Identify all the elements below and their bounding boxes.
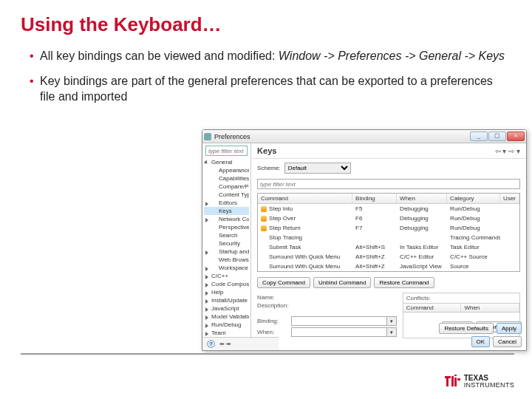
tree-compare[interactable]: Compare/Patch bbox=[204, 183, 249, 191]
tree-rundebug[interactable]: Run/Debug bbox=[204, 321, 249, 329]
col-user[interactable]: User bbox=[500, 194, 519, 203]
cell-user bbox=[500, 224, 519, 232]
minimize-button[interactable]: _ bbox=[470, 132, 488, 141]
tree-install[interactable]: Install/Update bbox=[204, 296, 249, 304]
keys-table: Command Binding When Category User Step … bbox=[257, 193, 520, 272]
tree-javascript[interactable]: JavaScript bbox=[204, 304, 249, 313]
cell-category: Source bbox=[447, 262, 500, 270]
collapse-arrows-icon[interactable]: ⬅ ➡ bbox=[219, 341, 231, 347]
tree-search[interactable]: Search bbox=[204, 231, 249, 239]
dialog-buttons: OK Cancel bbox=[471, 336, 522, 347]
description-label: Description: bbox=[257, 302, 291, 309]
step-icon bbox=[261, 216, 267, 222]
cell-command: Step Over bbox=[269, 215, 296, 222]
when-dropdown-icon[interactable]: ▾ bbox=[387, 327, 397, 337]
main-panel: Keys ⇦ ▾ ⇨ ▾ Scheme: Default Command Bin… bbox=[251, 143, 526, 350]
col-category[interactable]: Category bbox=[447, 194, 500, 203]
table-row[interactable]: Surround With Quick MenuAlt+Shift+ZJavaS… bbox=[258, 262, 519, 271]
cell-command: Stop Tracing bbox=[269, 234, 302, 241]
conflicts-label: Conflicts: bbox=[403, 293, 519, 303]
name-label: Name: bbox=[257, 294, 291, 301]
cell-binding: F7 bbox=[352, 224, 397, 232]
cell-category: Tracing Commands bbox=[447, 233, 500, 242]
cell-binding bbox=[352, 233, 397, 242]
tree-startup[interactable]: Startup and Shutd bbox=[204, 248, 249, 256]
bullet-1-path: Window -> Preferences -> General -> Keys bbox=[279, 50, 505, 62]
tree-modelval[interactable]: Model Validation bbox=[204, 313, 249, 321]
table-row[interactable]: Step OverF6DebuggingRun/Debug bbox=[258, 214, 519, 223]
bullet-1-text: All key bindings can be viewed and modif… bbox=[40, 50, 279, 62]
copy-command-button[interactable]: Copy Command bbox=[257, 277, 310, 288]
ti-chip-icon bbox=[443, 374, 461, 389]
tree-perspectives[interactable]: Perspectives bbox=[204, 223, 249, 231]
cell-binding: Alt+Shift+Z bbox=[352, 262, 397, 270]
cell-binding: F5 bbox=[352, 205, 397, 213]
cell-when bbox=[397, 233, 447, 242]
header-nav-icon[interactable]: ⇦ ▾ ⇨ ▾ bbox=[495, 147, 520, 155]
table-row[interactable]: Submit TaskAlt+Shift+SIn Tasks EditorTas… bbox=[258, 242, 519, 252]
apply-button[interactable]: Apply bbox=[497, 323, 522, 334]
col-binding[interactable]: Binding bbox=[352, 194, 397, 203]
col-when[interactable]: When bbox=[397, 194, 447, 203]
sidebar-filter-input[interactable] bbox=[205, 146, 248, 156]
preference-tree: General Appearance Capabilities Compare/… bbox=[202, 158, 250, 345]
tree-capabilities[interactable]: Capabilities bbox=[204, 174, 249, 183]
cell-user bbox=[500, 262, 519, 270]
tree-general[interactable]: General bbox=[204, 158, 249, 166]
tree-help[interactable]: Help bbox=[204, 288, 249, 296]
slide-footer-rule bbox=[21, 353, 514, 386]
tree-team[interactable]: Team bbox=[204, 329, 249, 337]
restore-defaults-button[interactable]: Restore Defaults bbox=[439, 323, 494, 334]
maximize-button[interactable]: ▢ bbox=[488, 132, 506, 141]
tree-workspace[interactable]: Workspace bbox=[204, 264, 249, 272]
close-button[interactable]: × bbox=[507, 132, 525, 141]
table-filter-input[interactable] bbox=[257, 179, 520, 189]
help-icon[interactable]: ? bbox=[207, 340, 215, 348]
tree-keys[interactable]: Keys bbox=[204, 207, 249, 215]
cell-when: C/C++ Editor bbox=[397, 253, 447, 261]
binding-input[interactable] bbox=[291, 316, 387, 326]
table-row[interactable]: Step IntoF5DebuggingRun/Debug bbox=[258, 204, 519, 214]
tree-network[interactable]: Network Connecti bbox=[204, 215, 249, 223]
binding-dropdown-icon[interactable]: ▾ bbox=[387, 316, 397, 326]
unbind-command-button[interactable]: Unbind Command bbox=[313, 277, 371, 288]
tree-security[interactable]: Security bbox=[204, 239, 249, 248]
cell-when: Debugging bbox=[397, 224, 447, 232]
cell-binding: Alt+Shift+Z bbox=[352, 253, 397, 261]
when-label: When: bbox=[257, 329, 291, 335]
cell-binding: Alt+Shift+S bbox=[352, 243, 397, 251]
scheme-label: Scheme: bbox=[257, 165, 281, 171]
tree-appearance[interactable]: Appearance bbox=[204, 166, 249, 174]
table-row[interactable]: Step ReturnF7DebuggingRun/Debug bbox=[258, 223, 519, 233]
restore-command-button[interactable]: Restore Command bbox=[374, 277, 434, 288]
conflicts-col-command: Command bbox=[403, 304, 462, 312]
cell-category: Task Editor bbox=[447, 243, 500, 251]
cell-category: Run/Debug bbox=[447, 224, 500, 232]
bullet-list: All key bindings can be viewed and modif… bbox=[0, 36, 532, 105]
cell-user bbox=[500, 233, 519, 242]
table-row[interactable]: Surround With Quick MenuAlt+Shift+ZC/C++… bbox=[258, 252, 519, 262]
cell-user bbox=[500, 214, 519, 222]
when-input[interactable] bbox=[291, 327, 387, 337]
cancel-button[interactable]: Cancel bbox=[493, 336, 522, 347]
bullet-1: All key bindings can be viewed and modif… bbox=[30, 48, 532, 64]
cell-when: Debugging bbox=[397, 205, 447, 213]
col-command[interactable]: Command bbox=[258, 194, 352, 203]
ok-button[interactable]: OK bbox=[471, 336, 491, 347]
table-row[interactable]: Stop TracingTracing Commands bbox=[258, 233, 519, 242]
conflicts-col-when: When bbox=[461, 304, 519, 312]
sidebar-footer: ? ⬅ ➡ bbox=[202, 337, 251, 350]
titlebar[interactable]: Preferences _ ▢ × bbox=[202, 130, 526, 143]
cell-command: Step Return bbox=[269, 225, 301, 231]
tree-web-browser[interactable]: Web Browser bbox=[204, 256, 249, 264]
tree-editors[interactable]: Editors bbox=[204, 199, 249, 207]
ti-text: TEXAS INSTRUMENTS bbox=[464, 375, 514, 389]
scheme-select[interactable]: Default bbox=[284, 163, 351, 174]
table-header: Command Binding When Category User bbox=[258, 194, 519, 204]
tree-ccs[interactable]: Code Composer Stud bbox=[204, 280, 249, 288]
main-header: Keys ⇦ ▾ ⇨ ▾ bbox=[251, 143, 526, 159]
tree-ccpp[interactable]: C/C++ bbox=[204, 272, 249, 280]
tree-content-types[interactable]: Content Types bbox=[204, 191, 249, 199]
window-title: Preferences bbox=[214, 133, 469, 140]
page-title: Keys bbox=[257, 146, 495, 155]
